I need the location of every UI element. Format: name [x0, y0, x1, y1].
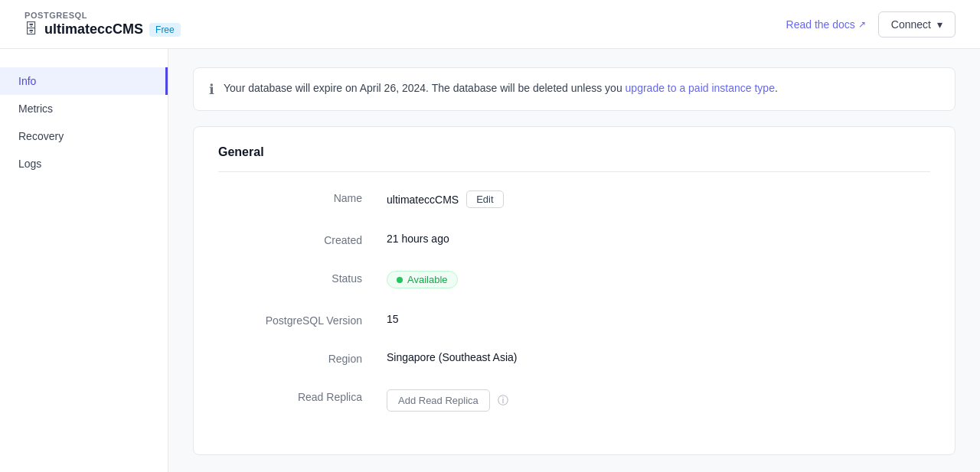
connect-label: Connect: [891, 18, 931, 31]
db-name: ultimateccCMS: [44, 21, 143, 37]
postgresql-version-text: 15: [387, 313, 399, 325]
status-row: Status Available: [218, 271, 930, 288]
sidebar-item-info[interactable]: Info: [0, 67, 168, 95]
alert-banner: ℹ Your database will expire on April 26,…: [193, 67, 956, 111]
read-replica-row: Read Replica Add Read Replica ⓘ: [218, 389, 930, 412]
info-circle-icon: ℹ: [209, 81, 214, 98]
region-text: Singapore (Southeast Asia): [387, 351, 517, 363]
read-replica-label: Read Replica: [218, 389, 387, 403]
info-icon[interactable]: ⓘ: [498, 394, 508, 408]
sidebar: Info Metrics Recovery Logs: [0, 49, 168, 472]
nav-right: Read the docs ↗ Connect ▾: [786, 11, 956, 37]
region-label: Region: [218, 351, 387, 365]
created-text: 21 hours ago: [387, 233, 449, 245]
created-value: 21 hours ago: [387, 233, 449, 245]
external-link-icon: ↗: [858, 19, 866, 30]
sidebar-item-recovery[interactable]: Recovery: [0, 122, 168, 150]
upgrade-link[interactable]: upgrade to a paid instance type: [626, 82, 775, 94]
top-nav: POSTGRESQL 🗄 ultimateccCMS Free Read the…: [0, 0, 980, 49]
region-value: Singapore (Southeast Asia): [387, 351, 517, 363]
db-badge: Free: [149, 23, 181, 37]
sidebar-item-metrics[interactable]: Metrics: [0, 95, 168, 122]
name-value: ultimateccCMS Edit: [387, 190, 504, 208]
db-title: 🗄 ultimateccCMS Free: [24, 21, 181, 37]
content-area: ℹ Your database will expire on April 26,…: [168, 49, 980, 472]
connect-button[interactable]: Connect ▾: [878, 11, 956, 37]
card-divider: [218, 171, 930, 172]
status-text: Available: [407, 274, 448, 285]
created-label: Created: [218, 233, 387, 246]
add-replica-label: Add Read Replica: [398, 395, 479, 406]
postgresql-version-value: 15: [387, 313, 399, 325]
region-row: Region Singapore (Southeast Asia): [218, 351, 930, 365]
status-badge: Available: [387, 271, 458, 288]
name-label: Name: [218, 190, 387, 204]
status-value: Available: [387, 271, 458, 288]
read-docs-label: Read the docs: [786, 18, 855, 31]
postgresql-version-label: PostgreSQL Version: [218, 313, 387, 327]
general-card: General Name ultimateccCMS Edit Created …: [193, 126, 956, 455]
postgresql-version-row: PostgreSQL Version 15: [218, 313, 930, 327]
alert-text: Your database will expire on April 26, 2…: [224, 80, 778, 96]
database-icon: 🗄: [24, 21, 38, 37]
sidebar-item-logs[interactable]: Logs: [0, 150, 168, 177]
status-dot: [397, 277, 403, 283]
db-type: POSTGRESQL: [24, 11, 181, 20]
add-read-replica-button[interactable]: Add Read Replica: [387, 389, 490, 412]
main-layout: Info Metrics Recovery Logs ℹ Your databa…: [0, 49, 980, 472]
read-docs-link[interactable]: Read the docs ↗: [786, 18, 866, 31]
read-replica-value: Add Read Replica ⓘ: [387, 389, 508, 412]
name-text: ultimateccCMS: [387, 194, 459, 206]
card-title: General: [218, 145, 930, 159]
created-row: Created 21 hours ago: [218, 233, 930, 246]
status-label: Status: [218, 271, 387, 285]
chevron-down-icon: ▾: [937, 18, 942, 31]
nav-left: POSTGRESQL 🗄 ultimateccCMS Free: [24, 11, 181, 37]
name-row: Name ultimateccCMS Edit: [218, 190, 930, 208]
edit-name-button[interactable]: Edit: [466, 190, 503, 208]
